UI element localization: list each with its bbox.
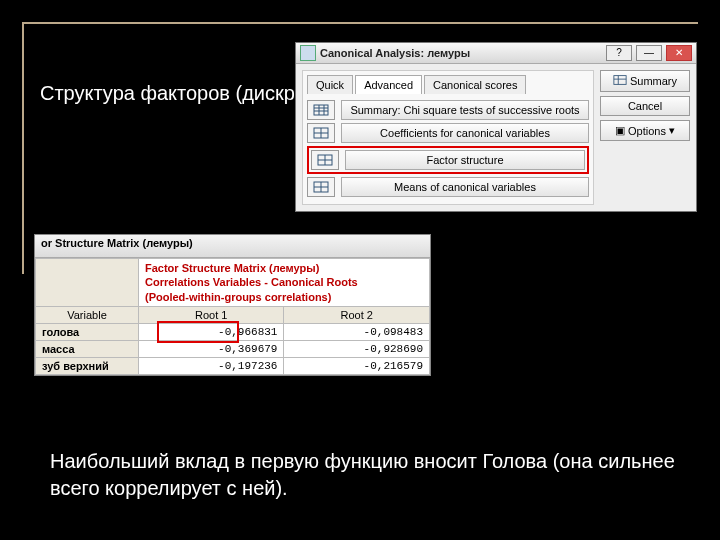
tab-quick[interactable]: Quick	[307, 75, 353, 94]
cell: -0,966831	[139, 323, 284, 340]
row-head: голова	[36, 323, 139, 340]
table-info-header: Factor Structure Matrix (лемуры) Correla…	[139, 259, 430, 307]
factor-structure-table: Factor Structure Matrix (лемуры) Correla…	[35, 258, 430, 375]
close-button[interactable]: ✕	[666, 45, 692, 61]
cell: -0,928690	[284, 340, 430, 357]
info-line: Factor Structure Matrix (лемуры)	[145, 261, 423, 275]
tab-bar: Quick Advanced Canonical scores	[307, 75, 589, 94]
means-button[interactable]: Means of canonical variables	[341, 177, 589, 197]
cell: -0,197236	[139, 357, 284, 374]
grid-icon	[311, 150, 339, 170]
grid-icon	[307, 177, 335, 197]
col-root1: Root 1	[139, 306, 284, 323]
highlighted-row: Factor structure	[307, 146, 589, 174]
svg-rect-14	[614, 76, 626, 85]
coefficients-button[interactable]: Coefficients for canonical variables	[341, 123, 589, 143]
summary-button[interactable]: Summary	[600, 70, 690, 92]
table-row: зуб верхний -0,197236 -0,216579	[36, 357, 430, 374]
minimize-button[interactable]: —	[636, 45, 662, 61]
dialog-left-panel: Quick Advanced Canonical scores Summary:…	[302, 70, 594, 205]
cell: -0,098483	[284, 323, 430, 340]
info-line: (Pooled-within-groups correlations)	[145, 290, 423, 304]
tab-advanced[interactable]: Advanced	[355, 75, 422, 94]
row-head: масса	[36, 340, 139, 357]
col-variable: Variable	[36, 306, 139, 323]
row-head: зуб верхний	[36, 357, 139, 374]
grid-icon	[307, 123, 335, 143]
chevron-down-icon: ▾	[669, 124, 675, 137]
summary-button-label: Summary	[630, 75, 677, 87]
cancel-button[interactable]: Cancel	[600, 96, 690, 116]
options-button-label: Options	[628, 125, 666, 137]
canonical-analysis-dialog: Canonical Analysis: лемуры ? — ✕ Quick A…	[295, 42, 697, 212]
options-icon: ▣	[615, 124, 625, 137]
cell: -0,369679	[139, 340, 284, 357]
sheet-window-title: or Structure Matrix (лемуры)	[35, 235, 430, 258]
summary-chi-square-button[interactable]: Summary: Chi square tests of successive …	[341, 100, 589, 120]
dialog-right-panel: Summary Cancel ▣ Options ▾	[600, 70, 690, 205]
svg-rect-0	[314, 105, 328, 115]
col-root2: Root 2	[284, 306, 430, 323]
help-button[interactable]: ?	[606, 45, 632, 61]
dialog-titlebar: Canonical Analysis: лемуры ? — ✕	[296, 43, 696, 64]
grid-icon	[307, 100, 335, 120]
factor-structure-button[interactable]: Factor structure	[345, 150, 585, 170]
summary-icon	[613, 74, 627, 88]
app-icon	[300, 45, 316, 61]
info-line: Correlations Variables - Canonical Roots	[145, 275, 423, 289]
table-row: голова -0,966831 -0,098483	[36, 323, 430, 340]
dialog-title: Canonical Analysis: лемуры	[320, 47, 602, 59]
table-row: масса -0,369679 -0,928690	[36, 340, 430, 357]
cell: -0,216579	[284, 357, 430, 374]
options-button[interactable]: ▣ Options ▾	[600, 120, 690, 141]
tab-canonical-scores[interactable]: Canonical scores	[424, 75, 526, 94]
factor-structure-sheet: or Structure Matrix (лемуры) Factor Stru…	[34, 234, 431, 376]
slide-conclusion: Наибольший вклад в первую функцию вносит…	[50, 448, 680, 502]
